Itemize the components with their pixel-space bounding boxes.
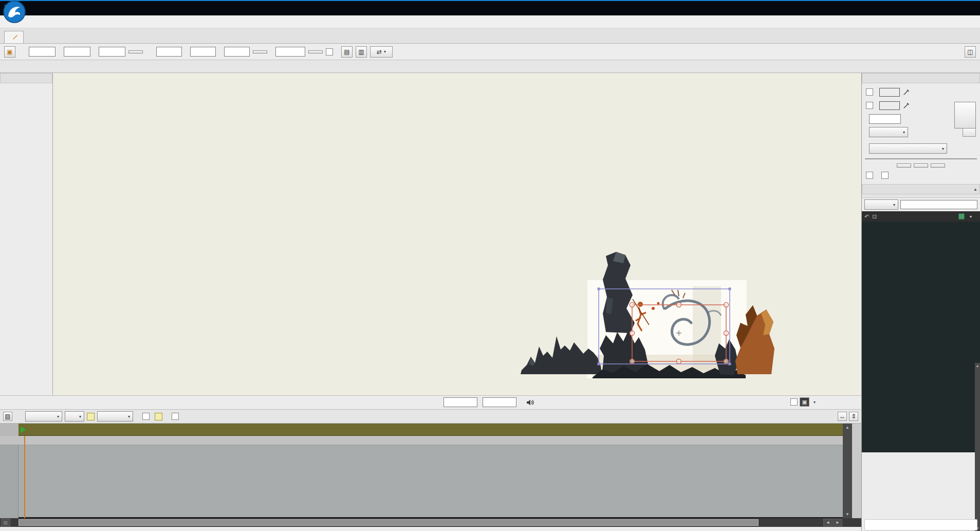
timeline-h-scrollbar[interactable]: ◱ ◄ ► bbox=[0, 518, 861, 527]
layer-list bbox=[862, 222, 980, 452]
chevron-down-icon[interactable]: ▾ bbox=[813, 400, 816, 405]
pos-z-input[interactable] bbox=[99, 47, 125, 57]
reset-angle-button[interactable] bbox=[308, 50, 323, 53]
audio-mute-icon[interactable] bbox=[526, 399, 534, 406]
paste-keyframe-icon[interactable]: ▥ bbox=[356, 46, 367, 58]
paste-color-button[interactable] bbox=[914, 163, 928, 168]
style-panel-title bbox=[862, 73, 980, 83]
timeline-corner-icon[interactable]: ◱ bbox=[1, 519, 10, 526]
layer-search-input[interactable] bbox=[900, 200, 977, 209]
layer-filter-dropdown[interactable]: ▾ bbox=[864, 199, 898, 210]
scroll-down-icon[interactable]: ▼ bbox=[845, 512, 849, 517]
timeline-ruler[interactable] bbox=[0, 424, 861, 436]
fill-row bbox=[862, 85, 980, 99]
style-options-row bbox=[862, 169, 980, 182]
copy-keyframe-icon[interactable]: ▤ bbox=[341, 46, 353, 58]
timeline-tracks[interactable] bbox=[19, 445, 843, 518]
chevron-down-icon: ▾ bbox=[893, 203, 895, 207]
keyframe-hint-icon[interactable] bbox=[155, 413, 162, 420]
channel-icon-gutter bbox=[0, 445, 19, 518]
tool-options-toolbar: ▣ ▤ ▥ ⇄ ▾ ◫ bbox=[0, 44, 980, 60]
advanced-settings-checkbox[interactable] bbox=[866, 172, 873, 179]
stroke-width-input[interactable] bbox=[869, 114, 901, 124]
effect-dropdown[interactable]: ▾ bbox=[869, 127, 908, 137]
effect-more-button[interactable] bbox=[963, 127, 976, 137]
column-options-dropdown-icon[interactable]: ▾ bbox=[970, 214, 972, 219]
timeline-zoom-fit-icon[interactable]: ↔ bbox=[838, 412, 847, 421]
canvas-viewport[interactable] bbox=[53, 73, 861, 395]
scroll-up-icon[interactable]: ▲ bbox=[976, 364, 979, 368]
end-frame-input[interactable] bbox=[483, 397, 516, 407]
pos-y-input[interactable] bbox=[64, 47, 90, 57]
frame-ruler-band[interactable] bbox=[19, 424, 843, 436]
tall-ink-rock bbox=[603, 252, 635, 333]
flip-dropdown-button[interactable]: ⇄ ▾ bbox=[370, 46, 393, 58]
tool-context-icon: ▣ bbox=[4, 46, 15, 58]
layer-restore-column-icon: ↶ bbox=[864, 213, 869, 220]
scroll-up-icon[interactable]: ▲ bbox=[973, 187, 977, 192]
stroke-color-swatch[interactable] bbox=[879, 101, 900, 110]
tools-panel bbox=[0, 73, 53, 395]
fill-eyedropper-icon[interactable] bbox=[903, 89, 910, 96]
quality-checkbox[interactable] bbox=[790, 398, 798, 406]
stroke-checkbox[interactable] bbox=[866, 102, 873, 109]
timeline-scale-icon[interactable]: ⇕ bbox=[849, 412, 858, 421]
no-brush-button[interactable] bbox=[954, 102, 976, 129]
fill-checkbox[interactable] bbox=[866, 88, 873, 96]
cycle-dropdown[interactable]: ▾ bbox=[65, 411, 84, 422]
close-button[interactable] bbox=[956, 1, 980, 15]
onion-skin-dropdown[interactable]: ▾ bbox=[97, 411, 133, 422]
window-controls bbox=[909, 1, 980, 15]
menu-bar bbox=[0, 15, 980, 28]
selection-handle[interactable] bbox=[630, 303, 635, 307]
chevron-down-icon: ▾ bbox=[128, 414, 130, 419]
quality-preview-icon[interactable]: ▣ bbox=[800, 397, 809, 407]
tools-panel-title bbox=[0, 73, 52, 83]
interpolation-dropdown[interactable]: ▾ bbox=[25, 411, 62, 422]
current-frame-line[interactable] bbox=[24, 436, 25, 518]
canvas-artwork bbox=[515, 248, 783, 387]
frame-counter bbox=[441, 397, 534, 407]
minimize-button[interactable] bbox=[909, 1, 933, 15]
relative-keyframes-checkbox[interactable] bbox=[142, 413, 150, 420]
playhead-marker[interactable] bbox=[21, 427, 26, 433]
inspector-select-checkbox[interactable] bbox=[881, 172, 889, 179]
palette-row: ▾ bbox=[862, 142, 980, 155]
document-tab[interactable] bbox=[4, 31, 24, 43]
reset-color-button[interactable] bbox=[931, 163, 945, 168]
split-view-toggle-button[interactable]: ◫ bbox=[965, 46, 976, 58]
playback-bar: ▣ ▾ bbox=[0, 395, 861, 410]
onion-skin-icon[interactable] bbox=[87, 413, 95, 420]
layers-toolbar bbox=[862, 194, 980, 198]
angle-input[interactable] bbox=[275, 47, 305, 57]
current-frame-input[interactable] bbox=[443, 397, 477, 407]
scroll-left-icon[interactable]: ◄ bbox=[823, 519, 833, 526]
show-path-checkbox[interactable] bbox=[326, 48, 333, 56]
timeline-settings-icon[interactable]: ▨ bbox=[3, 412, 12, 421]
scale-z-input[interactable] bbox=[224, 47, 250, 57]
timeline-v-scrollbar[interactable]: ▲ ▼ bbox=[843, 424, 852, 518]
scroll-right-icon[interactable]: ► bbox=[833, 519, 842, 526]
scroll-up-icon[interactable]: ▲ bbox=[845, 425, 849, 430]
palette-dropdown[interactable]: ▾ bbox=[869, 143, 947, 154]
scrollbar-thumb[interactable] bbox=[19, 519, 759, 526]
layer-lock-column-icon: ⊡ bbox=[872, 213, 877, 220]
chevron-down-icon: ▾ bbox=[57, 414, 59, 419]
chevron-down-icon: ▾ bbox=[942, 147, 944, 151]
reset-scale-button[interactable] bbox=[253, 50, 267, 53]
reset-position-button[interactable] bbox=[128, 50, 143, 53]
copy-color-button[interactable] bbox=[897, 163, 911, 168]
ime-toolbar bbox=[864, 519, 977, 530]
maximize-button[interactable] bbox=[933, 1, 956, 15]
layers-scrollbar[interactable]: ▲ ▼ bbox=[975, 363, 980, 531]
pos-x-input[interactable] bbox=[29, 47, 56, 57]
scale-x-input[interactable] bbox=[156, 47, 182, 57]
chevron-down-icon: ▾ bbox=[384, 49, 386, 54]
layer-search-row: ▾ bbox=[862, 198, 980, 211]
title-bar bbox=[0, 0, 980, 15]
color-palette-grid bbox=[865, 158, 977, 159]
auto-freeze-checkbox[interactable] bbox=[172, 413, 179, 420]
stroke-eyedropper-icon[interactable] bbox=[903, 102, 910, 109]
fill-color-swatch[interactable] bbox=[879, 88, 900, 97]
scale-y-input[interactable] bbox=[190, 47, 216, 57]
